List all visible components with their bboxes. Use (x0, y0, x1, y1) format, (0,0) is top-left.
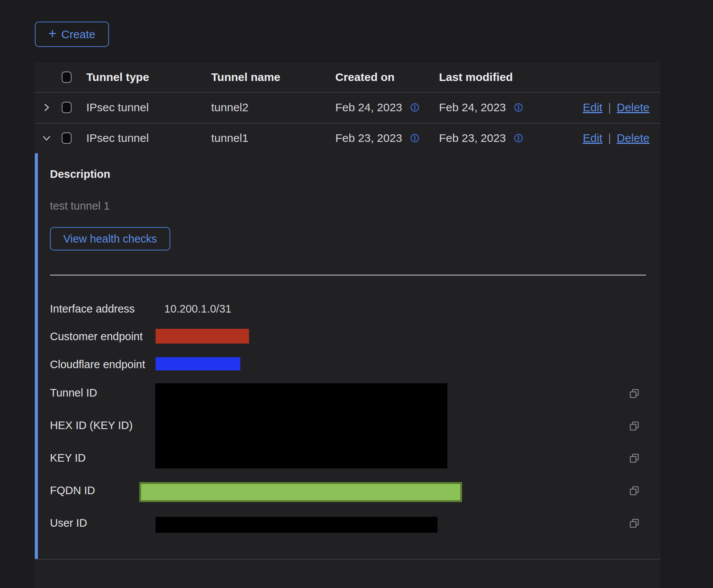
customer-endpoint-redacted-value (156, 329, 249, 344)
plus-icon: + (48, 27, 56, 40)
expand-row-button[interactable] (41, 92, 52, 123)
copy-user-id-button[interactable] (629, 518, 640, 529)
copy-icon (629, 485, 640, 496)
create-button-label: Create (61, 28, 95, 41)
table-row: IPsec tunnel tunnel2 Feb 24, 2023 Feb 24… (35, 92, 660, 123)
description-value: test tunnel 1 (50, 198, 110, 213)
tunnels-panel: Tunnel type Tunnel name Created on Last … (35, 62, 660, 588)
row-checkbox[interactable] (62, 102, 72, 113)
key-id-label: KEY ID (50, 450, 86, 465)
tunnel-name-cell: tunnel1 (211, 123, 248, 153)
last-modified-cell: Feb 23, 2023 (439, 132, 506, 145)
interface-address-value: 10.200.1.0/31 (164, 301, 231, 316)
user-id-redacted-value (156, 517, 437, 533)
view-health-checks-button[interactable]: View health checks (50, 227, 170, 250)
chevron-down-icon (41, 132, 52, 144)
view-health-checks-label: View health checks (63, 233, 157, 245)
chevron-right-icon (41, 102, 52, 113)
copy-icon (629, 453, 640, 464)
created-on-cell: Feb 24, 2023 (335, 101, 402, 114)
copy-icon (629, 518, 640, 529)
info-icon[interactable] (514, 133, 523, 143)
tunnel-id-label: Tunnel ID (50, 385, 97, 400)
edit-link[interactable]: Edit (583, 101, 602, 114)
copy-icon (629, 421, 640, 431)
select-all-checkbox[interactable] (62, 72, 72, 83)
column-header-tunnel-name: Tunnel name (211, 62, 280, 92)
copy-fqdn-id-button[interactable] (629, 485, 640, 496)
column-header-last-modified: Last modified (439, 62, 513, 92)
create-button[interactable]: + Create (35, 22, 109, 47)
customer-endpoint-label: Customer endpoint (50, 329, 143, 344)
actions-separator: | (608, 101, 611, 114)
table-header-row: Tunnel type Tunnel name Created on Last … (35, 62, 660, 92)
interface-address-label: Interface address (50, 301, 135, 316)
copy-tunnel-id-button[interactable] (629, 388, 640, 399)
copy-key-id-button[interactable] (629, 453, 640, 464)
hex-id-label: HEX ID (KEY ID) (50, 418, 133, 433)
fqdn-id-redacted-value (139, 482, 462, 502)
delete-link[interactable]: Delete (617, 101, 650, 114)
collapse-row-button[interactable] (41, 123, 52, 153)
section-divider (50, 275, 646, 275)
cloudflare-endpoint-label: Cloudflare endpoint (50, 357, 145, 372)
info-icon[interactable] (410, 133, 420, 143)
column-header-created-on: Created on (335, 62, 395, 92)
edit-link[interactable]: Edit (583, 132, 602, 145)
table-row: IPsec tunnel tunnel1 Feb 23, 2023 Feb 23… (35, 123, 660, 153)
copy-hex-id-button[interactable] (629, 421, 640, 431)
info-icon[interactable] (514, 103, 523, 112)
expanded-bottom-divider (35, 559, 660, 560)
expanded-row-indicator-bar (35, 153, 38, 559)
description-label: Description (50, 166, 111, 182)
column-header-tunnel-type: Tunnel type (86, 62, 149, 92)
tunnel-type-cell: IPsec tunnel (86, 92, 149, 123)
ids-redacted-value-block (155, 383, 447, 468)
cloudflare-endpoint-redacted-value (156, 357, 240, 370)
tunnel-type-cell: IPsec tunnel (86, 123, 149, 153)
user-id-label: User ID (50, 515, 87, 530)
created-on-cell: Feb 23, 2023 (335, 132, 402, 145)
info-icon[interactable] (410, 103, 420, 112)
copy-icon (629, 388, 640, 399)
row-checkbox[interactable] (62, 132, 72, 144)
tunnel-name-cell: tunnel2 (211, 92, 248, 123)
last-modified-cell: Feb 24, 2023 (439, 101, 506, 114)
fqdn-id-label: FQDN ID (50, 483, 95, 498)
actions-separator: | (608, 132, 611, 145)
delete-link[interactable]: Delete (617, 132, 650, 145)
